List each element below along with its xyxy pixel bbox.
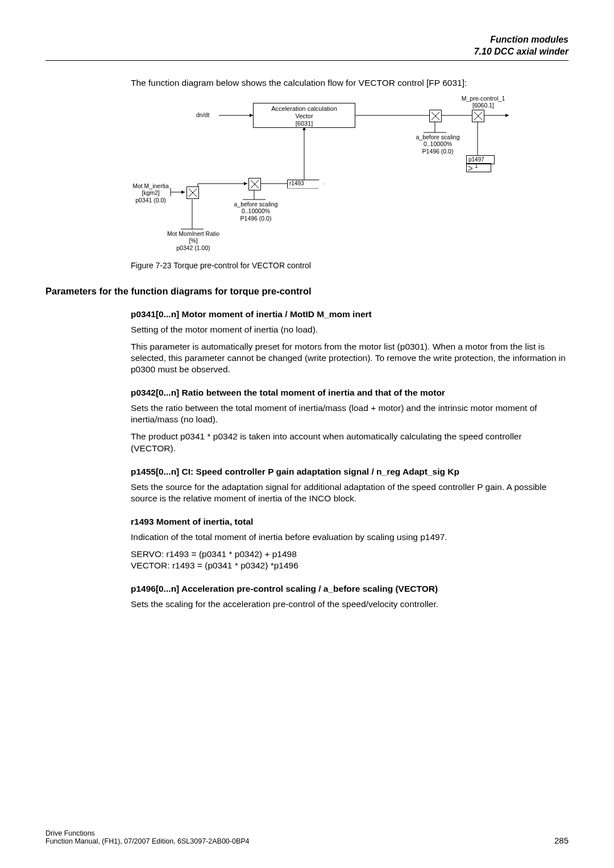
sub-heading-r1493: r1493 Moment of inertia, total	[131, 517, 569, 527]
torque-precontrol-diagram: dn/dt Acceleration calculation Vector [6…	[131, 98, 529, 258]
para: VECTOR: r1493 = (p0341 * p0342) *p1496	[131, 560, 569, 571]
mom-inert-ratio-l1: Mot MomInert Ratio	[162, 230, 225, 238]
section-heading: Parameters for the function diagrams for…	[45, 286, 569, 297]
a-before-top-l3: P1496 (0.0)	[412, 148, 463, 155]
multiply-icon	[472, 110, 484, 122]
label-dn-dt: dn/dt	[196, 111, 209, 119]
accel-box-l1: Acceleration calculation	[255, 105, 353, 113]
r1493-tag: r1493	[287, 180, 324, 189]
para: The product p0341 * p0342 is taken into …	[131, 431, 569, 454]
label-m-pre-control: M_pre-control_1 [6060.1]	[449, 95, 517, 109]
mot-m-inertia-l3: p0341 (0.0)	[128, 197, 173, 204]
multiply-icon	[248, 178, 261, 190]
accel-calc-box: Acceleration calculation Vector [6031]	[253, 103, 355, 128]
a-before-top-l2: 0..10000%	[412, 140, 463, 148]
mot-m-inertia-l1: Mot M_inertia	[128, 182, 173, 190]
page-number: 285	[554, 836, 569, 845]
header-rule	[45, 60, 569, 61]
m-pre-l1: M_pre-control_1	[449, 95, 517, 102]
label-mom-inert-ratio: Mot MomInert Ratio [%] p0342 (1.00)	[162, 230, 225, 252]
mot-m-inertia-l2: [kgm2]	[128, 189, 173, 197]
label-mot-m-inertia: Mot M_inertia [kgm2] p0341 (0.0)	[128, 182, 173, 204]
sub-heading-p0342: p0342[0...n] Ratio between the total mom…	[131, 388, 569, 398]
one-label: 1	[475, 163, 478, 169]
accel-box-l3: [6031]	[255, 120, 353, 127]
sub-heading-p0341: p0341[0...n] Motor moment of inertia / M…	[131, 309, 569, 319]
figure-caption: Figure 7-23 Torque pre-control for VECTO…	[131, 261, 569, 270]
footer-line2: Function Manual, (FH1), 07/2007 Edition,…	[45, 837, 250, 845]
sub-heading-p1455: p1455[0...n] CI: Speed controller P gain…	[131, 467, 569, 477]
mom-inert-ratio-l3: p0342 (1.00)	[162, 244, 225, 252]
svg-line-22	[468, 168, 472, 171]
svg-line-21	[468, 166, 472, 168]
a-before-bot-l3: P1496 (0.0)	[230, 215, 281, 222]
header-line2: 7.10 DCC axial winder	[45, 46, 569, 58]
sub-heading-p1496: p1496[0...n] Acceleration pre-control sc…	[131, 584, 569, 594]
para: Setting of the motor moment of inertia (…	[131, 324, 569, 335]
m-pre-l2: [6060.1]	[449, 102, 517, 109]
multiply-icon	[429, 110, 442, 122]
a-before-top-l1: a_before scaling	[412, 134, 463, 141]
para: SERVO: r1493 = (p0341 * p0342) + p1498	[131, 549, 569, 560]
compare-icon	[467, 164, 475, 172]
para: Indication of the total moment of inerti…	[131, 531, 569, 543]
para: Sets the source for the adaptation signa…	[131, 481, 569, 504]
a-before-bot-l2: 0..10000%	[230, 207, 281, 215]
header-line1: Function modules	[45, 34, 569, 46]
para: Sets the ratio between the total moment …	[131, 402, 569, 425]
para: Sets the scaling for the acceleration pr…	[131, 599, 569, 610]
multiply-icon	[186, 186, 199, 199]
mom-inert-ratio-l2: [%]	[162, 237, 225, 244]
page-footer: Drive Functions Function Manual, (FH1), …	[45, 829, 569, 845]
para: This parameter is automatically preset f…	[131, 341, 569, 375]
a-before-bot-l1: a_before scaling	[230, 201, 281, 208]
footer-line1: Drive Functions	[45, 829, 250, 837]
compare-one-box: 1	[466, 163, 491, 172]
label-a-before-top: a_before scaling 0..10000% P1496 (0.0)	[412, 134, 463, 155]
intro-text: The function diagram below shows the cal…	[131, 78, 569, 88]
label-a-before-bottom: a_before scaling 0..10000% P1496 (0.0)	[230, 201, 281, 222]
accel-box-l2: Vector	[255, 113, 353, 120]
